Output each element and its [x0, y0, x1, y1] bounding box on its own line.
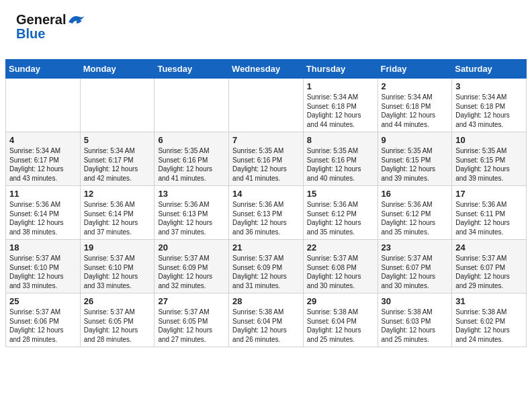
- day-number: 9: [382, 135, 449, 145]
- day-info: Sunrise: 5:34 AMSunset: 6:18 PMDaylight:…: [382, 93, 449, 129]
- calendar-cell: 30Sunrise: 5:38 AMSunset: 6:03 PMDayligh…: [378, 293, 452, 347]
- day-number: 18: [9, 242, 77, 253]
- day-info: Sunrise: 5:36 AMSunset: 6:14 PMDaylight:…: [84, 200, 151, 236]
- calendar-week-2: 4Sunrise: 5:34 AMSunset: 6:17 PMDaylight…: [6, 132, 527, 186]
- calendar-cell: 9Sunrise: 5:35 AMSunset: 6:15 PMDaylight…: [378, 132, 452, 186]
- day-number: 5: [84, 135, 151, 145]
- calendar-cell: [6, 79, 81, 132]
- day-number: 30: [382, 296, 449, 306]
- day-info: Sunrise: 5:34 AMSunset: 6:18 PMDaylight:…: [455, 93, 523, 129]
- calendar-cell: 15Sunrise: 5:36 AMSunset: 6:12 PMDayligh…: [303, 186, 378, 240]
- day-number: 29: [307, 296, 374, 306]
- calendar-cell: 31Sunrise: 5:38 AMSunset: 6:02 PMDayligh…: [452, 293, 527, 347]
- day-number: 21: [232, 242, 300, 253]
- calendar-header-thursday: Thursday: [303, 60, 378, 79]
- day-number: 12: [84, 189, 151, 199]
- day-info: Sunrise: 5:38 AMSunset: 6:04 PMDaylight:…: [307, 308, 374, 344]
- calendar-cell: [80, 79, 154, 132]
- day-info: Sunrise: 5:36 AMSunset: 6:11 PMDaylight:…: [455, 200, 523, 236]
- day-info: Sunrise: 5:35 AMSunset: 6:16 PMDaylight:…: [232, 146, 300, 183]
- day-info: Sunrise: 5:37 AMSunset: 6:07 PMDaylight:…: [382, 254, 449, 290]
- calendar-cell: [154, 79, 229, 132]
- calendar-cell: 23Sunrise: 5:37 AMSunset: 6:07 PMDayligh…: [378, 240, 452, 293]
- day-info: Sunrise: 5:36 AMSunset: 6:12 PMDaylight:…: [382, 200, 449, 236]
- calendar-wrapper: SundayMondayTuesdayWednesdayThursdayFrid…: [0, 59, 532, 353]
- bird-logo-icon: [68, 13, 85, 27]
- day-number: 6: [158, 135, 225, 145]
- calendar-cell: 27Sunrise: 5:37 AMSunset: 6:05 PMDayligh…: [154, 293, 229, 347]
- day-info: Sunrise: 5:37 AMSunset: 6:08 PMDaylight:…: [307, 254, 374, 290]
- calendar-cell: 3Sunrise: 5:34 AMSunset: 6:18 PMDaylight…: [452, 79, 527, 132]
- day-info: Sunrise: 5:36 AMSunset: 6:13 PMDaylight:…: [232, 200, 300, 236]
- calendar-week-4: 18Sunrise: 5:37 AMSunset: 6:10 PMDayligh…: [6, 240, 527, 293]
- day-number: 11: [9, 189, 77, 199]
- day-number: 31: [455, 296, 523, 306]
- day-info: Sunrise: 5:35 AMSunset: 6:16 PMDaylight:…: [307, 146, 374, 183]
- calendar-week-1: 1Sunrise: 5:34 AMSunset: 6:18 PMDaylight…: [6, 79, 527, 132]
- day-number: 8: [307, 135, 374, 145]
- day-info: Sunrise: 5:37 AMSunset: 6:10 PMDaylight:…: [84, 254, 151, 290]
- calendar-week-3: 11Sunrise: 5:36 AMSunset: 6:14 PMDayligh…: [6, 186, 527, 240]
- day-info: Sunrise: 5:34 AMSunset: 6:17 PMDaylight:…: [9, 146, 77, 183]
- day-info: Sunrise: 5:38 AMSunset: 6:04 PMDaylight:…: [232, 308, 300, 344]
- calendar-cell: 12Sunrise: 5:36 AMSunset: 6:14 PMDayligh…: [80, 186, 154, 240]
- logo-blue-label: Blue: [16, 26, 45, 42]
- day-number: 19: [84, 242, 151, 253]
- day-info: Sunrise: 5:35 AMSunset: 6:15 PMDaylight:…: [455, 146, 523, 183]
- calendar-cell: 16Sunrise: 5:36 AMSunset: 6:12 PMDayligh…: [378, 186, 452, 240]
- page-container: General Blue SundayMondayTuesdayWednesda…: [0, 0, 532, 353]
- calendar-cell: 17Sunrise: 5:36 AMSunset: 6:11 PMDayligh…: [452, 186, 527, 240]
- day-number: 2: [382, 81, 449, 91]
- calendar-cell: 1Sunrise: 5:34 AMSunset: 6:18 PMDaylight…: [303, 79, 378, 132]
- calendar-cell: 18Sunrise: 5:37 AMSunset: 6:10 PMDayligh…: [6, 240, 81, 293]
- day-number: 10: [455, 135, 523, 145]
- day-number: 24: [455, 242, 523, 253]
- day-number: 20: [158, 242, 225, 253]
- day-info: Sunrise: 5:37 AMSunset: 6:10 PMDaylight:…: [9, 254, 77, 290]
- calendar-cell: 26Sunrise: 5:37 AMSunset: 6:05 PMDayligh…: [80, 293, 154, 347]
- day-number: 1: [307, 81, 374, 91]
- calendar-cell: 7Sunrise: 5:35 AMSunset: 6:16 PMDaylight…: [229, 132, 304, 186]
- calendar-cell: 28Sunrise: 5:38 AMSunset: 6:04 PMDayligh…: [229, 293, 304, 347]
- day-info: Sunrise: 5:37 AMSunset: 6:07 PMDaylight:…: [455, 254, 523, 290]
- calendar-cell: 25Sunrise: 5:37 AMSunset: 6:06 PMDayligh…: [6, 293, 81, 347]
- calendar-cell: 29Sunrise: 5:38 AMSunset: 6:04 PMDayligh…: [303, 293, 378, 347]
- calendar-cell: 21Sunrise: 5:37 AMSunset: 6:09 PMDayligh…: [229, 240, 304, 293]
- day-number: 7: [232, 135, 300, 145]
- day-number: 14: [232, 189, 300, 199]
- day-info: Sunrise: 5:35 AMSunset: 6:16 PMDaylight:…: [158, 146, 225, 183]
- day-info: Sunrise: 5:37 AMSunset: 6:09 PMDaylight:…: [158, 254, 225, 290]
- calendar-header-saturday: Saturday: [452, 60, 527, 79]
- day-number: 17: [455, 189, 523, 199]
- calendar-cell: 13Sunrise: 5:36 AMSunset: 6:13 PMDayligh…: [154, 186, 229, 240]
- day-number: 13: [158, 189, 225, 199]
- calendar-cell: 6Sunrise: 5:35 AMSunset: 6:16 PMDaylight…: [154, 132, 229, 186]
- day-info: Sunrise: 5:37 AMSunset: 6:05 PMDaylight:…: [84, 308, 151, 344]
- day-number: 25: [9, 296, 77, 306]
- calendar-header-row: SundayMondayTuesdayWednesdayThursdayFrid…: [6, 60, 527, 79]
- day-info: Sunrise: 5:37 AMSunset: 6:05 PMDaylight:…: [158, 308, 225, 344]
- calendar-cell: 5Sunrise: 5:34 AMSunset: 6:17 PMDaylight…: [80, 132, 154, 186]
- day-number: 23: [382, 242, 449, 253]
- day-number: 27: [158, 296, 225, 306]
- day-number: 3: [455, 81, 523, 91]
- day-number: 28: [232, 296, 300, 306]
- header: General Blue: [0, 0, 532, 59]
- day-number: 22: [307, 242, 374, 253]
- calendar-cell: 24Sunrise: 5:37 AMSunset: 6:07 PMDayligh…: [452, 240, 527, 293]
- calendar-cell: [229, 79, 304, 132]
- calendar-cell: 11Sunrise: 5:36 AMSunset: 6:14 PMDayligh…: [6, 186, 81, 240]
- day-info: Sunrise: 5:36 AMSunset: 6:13 PMDaylight:…: [158, 200, 225, 236]
- calendar-cell: 22Sunrise: 5:37 AMSunset: 6:08 PMDayligh…: [303, 240, 378, 293]
- calendar-cell: 20Sunrise: 5:37 AMSunset: 6:09 PMDayligh…: [154, 240, 229, 293]
- day-info: Sunrise: 5:37 AMSunset: 6:06 PMDaylight:…: [9, 308, 77, 344]
- calendar-cell: 10Sunrise: 5:35 AMSunset: 6:15 PMDayligh…: [452, 132, 527, 186]
- day-info: Sunrise: 5:36 AMSunset: 6:14 PMDaylight:…: [9, 200, 77, 236]
- logo-general-label: General: [16, 12, 66, 28]
- day-info: Sunrise: 5:35 AMSunset: 6:15 PMDaylight:…: [382, 146, 449, 183]
- calendar-header-sunday: Sunday: [6, 60, 81, 79]
- calendar-cell: 8Sunrise: 5:35 AMSunset: 6:16 PMDaylight…: [303, 132, 378, 186]
- calendar-header-wednesday: Wednesday: [229, 60, 304, 79]
- day-number: 15: [307, 189, 374, 199]
- calendar-cell: 19Sunrise: 5:37 AMSunset: 6:10 PMDayligh…: [80, 240, 154, 293]
